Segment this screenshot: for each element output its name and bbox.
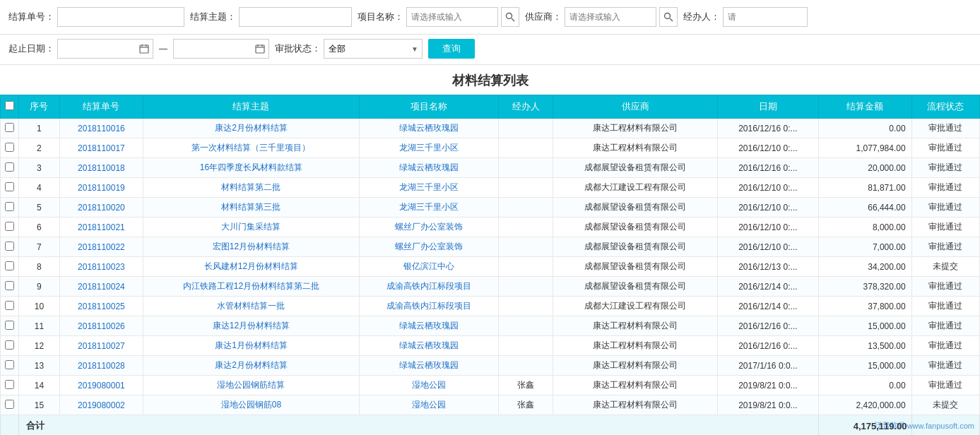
subject-link[interactable]: 材料结算第三批 xyxy=(221,202,281,212)
project-link[interactable]: 银亿滨江中心 xyxy=(403,261,454,271)
row-checkbox[interactable] xyxy=(5,143,14,152)
cell-project[interactable]: 成渝高铁内江标段项目 xyxy=(359,297,498,316)
row-checkbox-cell[interactable] xyxy=(1,356,19,376)
subject-link[interactable]: 湿地公园钢筋08 xyxy=(221,400,281,410)
date-to-calendar-button[interactable] xyxy=(251,39,269,59)
row-checkbox-cell[interactable] xyxy=(1,316,19,336)
project-link[interactable]: 绿城云栖玫瑰园 xyxy=(399,360,459,370)
row-checkbox-cell[interactable] xyxy=(1,257,19,277)
cell-no[interactable]: 2018110021 xyxy=(59,218,143,237)
row-checkbox[interactable] xyxy=(5,123,14,132)
cell-subject[interactable]: 水管材料结算一批 xyxy=(143,297,360,316)
row-checkbox[interactable] xyxy=(5,281,14,290)
row-checkbox-cell[interactable] xyxy=(1,237,19,257)
settlement-subject-input[interactable] xyxy=(239,7,352,27)
settlement-no-link[interactable]: 2018110016 xyxy=(78,124,125,133)
date-to-input[interactable] xyxy=(173,39,251,59)
subject-link[interactable]: 大川门集采结算 xyxy=(221,222,281,232)
project-link[interactable]: 绿城云栖玫瑰园 xyxy=(399,162,459,172)
settlement-no-link[interactable]: 2018110018 xyxy=(78,163,125,173)
project-link[interactable]: 湿地公园 xyxy=(412,400,446,410)
cell-project[interactable]: 龙湖三千里小区 xyxy=(359,138,498,158)
cell-subject[interactable]: 材料结算第三批 xyxy=(143,198,360,218)
row-checkbox[interactable] xyxy=(5,301,14,310)
row-checkbox-cell[interactable] xyxy=(1,119,19,138)
cell-subject[interactable]: 康达2月份材料结算 xyxy=(143,119,360,138)
row-checkbox[interactable] xyxy=(5,380,14,389)
cell-subject[interactable]: 大川门集采结算 xyxy=(143,218,360,237)
subject-link[interactable]: 康达2月份材料结算 xyxy=(215,123,288,133)
row-checkbox[interactable] xyxy=(5,202,14,211)
project-link[interactable]: 绿城云栖玫瑰园 xyxy=(399,340,459,350)
subject-link[interactable]: 第一次材料结算（三千里项目） xyxy=(191,143,310,153)
cell-project[interactable]: 绿城云栖玫瑰园 xyxy=(359,119,498,138)
row-checkbox-cell[interactable] xyxy=(1,277,19,297)
subject-link[interactable]: 康达1月份材料结算 xyxy=(215,340,288,350)
cell-no[interactable]: 2018110025 xyxy=(59,297,143,316)
cell-no[interactable]: 2018110020 xyxy=(59,198,143,218)
cell-project[interactable]: 龙湖三千里小区 xyxy=(359,198,498,218)
cell-no[interactable]: 2018110023 xyxy=(59,257,143,277)
row-checkbox-cell[interactable] xyxy=(1,158,19,178)
subject-link[interactable]: 材料结算第二批 xyxy=(221,182,281,192)
cell-project[interactable]: 湿地公园 xyxy=(359,395,498,415)
settlement-no-link[interactable]: 2019080001 xyxy=(78,381,125,391)
project-link[interactable]: 螺丝厂办公室装饰 xyxy=(395,242,463,251)
settlement-no-link[interactable]: 2018110024 xyxy=(78,282,125,292)
cell-project[interactable]: 龙湖三千里小区 xyxy=(359,178,498,198)
settlement-no-link[interactable]: 2018110020 xyxy=(78,203,125,213)
cell-subject[interactable]: 内江铁路工程12月份材料结算第二批 xyxy=(143,277,360,297)
subject-link[interactable]: 康达12月份材料结算 xyxy=(213,321,290,330)
query-button[interactable]: 查询 xyxy=(428,39,475,59)
supplier-search-button[interactable] xyxy=(659,7,678,27)
settlement-no-link[interactable]: 2018110023 xyxy=(78,262,125,272)
row-checkbox-cell[interactable] xyxy=(1,178,19,198)
subject-link[interactable]: 16年四季度长风材料款结算 xyxy=(200,162,302,172)
cell-subject[interactable]: 第一次材料结算（三千里项目） xyxy=(143,138,360,158)
project-link[interactable]: 龙湖三千里小区 xyxy=(399,182,459,192)
project-link[interactable]: 龙湖三千里小区 xyxy=(399,202,459,212)
cell-subject[interactable]: 湿地公园钢筋08 xyxy=(143,395,360,415)
cell-project[interactable]: 螺丝厂办公室装饰 xyxy=(359,218,498,237)
settlement-no-input[interactable] xyxy=(57,7,184,27)
row-checkbox[interactable] xyxy=(5,400,14,409)
cell-no[interactable]: 2018110022 xyxy=(59,237,143,257)
row-checkbox[interactable] xyxy=(5,360,14,369)
supplier-input[interactable] xyxy=(565,7,656,27)
cell-project[interactable]: 银亿滨江中心 xyxy=(359,257,498,277)
row-checkbox[interactable] xyxy=(5,261,14,270)
subject-link[interactable]: 内江铁路工程12月份材料结算第二批 xyxy=(183,281,319,291)
project-link[interactable]: 成渝高铁内江标段项目 xyxy=(386,301,471,311)
cell-subject[interactable]: 康达2月份材料结算 xyxy=(143,356,360,376)
date-from-calendar-button[interactable] xyxy=(135,39,153,59)
row-checkbox-cell[interactable] xyxy=(1,336,19,356)
cell-subject[interactable]: 16年四季度长风材料款结算 xyxy=(143,158,360,178)
select-all-checkbox[interactable] xyxy=(5,101,14,110)
project-link[interactable]: 成渝高铁内江标段项目 xyxy=(386,281,471,291)
cell-no[interactable]: 2018110024 xyxy=(59,277,143,297)
cell-project[interactable]: 螺丝厂办公室装饰 xyxy=(359,237,498,257)
subject-link[interactable]: 宏图12月份材料结算 xyxy=(213,242,290,251)
settlement-no-link[interactable]: 2018110019 xyxy=(78,183,125,193)
cell-subject[interactable]: 湿地公园钢筋结算 xyxy=(143,376,360,395)
row-checkbox-cell[interactable] xyxy=(1,395,19,415)
cell-no[interactable]: 2018110019 xyxy=(59,178,143,198)
row-checkbox-cell[interactable] xyxy=(1,297,19,316)
cell-project[interactable]: 绿城云栖玫瑰园 xyxy=(359,316,498,336)
cell-project[interactable]: 绿城云栖玫瑰园 xyxy=(359,158,498,178)
approval-status-select[interactable]: 全部 审批通过 未提交 审批中 已驳回 xyxy=(324,39,423,59)
row-checkbox[interactable] xyxy=(5,182,14,191)
row-checkbox-cell[interactable] xyxy=(1,138,19,158)
cell-project[interactable]: 成渝高铁内江标段项目 xyxy=(359,277,498,297)
cell-project[interactable]: 绿城云栖玫瑰园 xyxy=(359,336,498,356)
project-link[interactable]: 绿城云栖玫瑰园 xyxy=(399,321,459,330)
settlement-no-link[interactable]: 2018110017 xyxy=(78,143,125,153)
cell-subject[interactable]: 康达12月份材料结算 xyxy=(143,316,360,336)
cell-no[interactable]: 2018110028 xyxy=(59,356,143,376)
row-checkbox[interactable] xyxy=(5,242,14,251)
project-name-input[interactable] xyxy=(406,7,498,27)
row-checkbox-cell[interactable] xyxy=(1,218,19,237)
cell-no[interactable]: 2019080002 xyxy=(59,395,143,415)
cell-subject[interactable]: 长风建材12月份材料结算 xyxy=(143,257,360,277)
row-checkbox-cell[interactable] xyxy=(1,198,19,218)
